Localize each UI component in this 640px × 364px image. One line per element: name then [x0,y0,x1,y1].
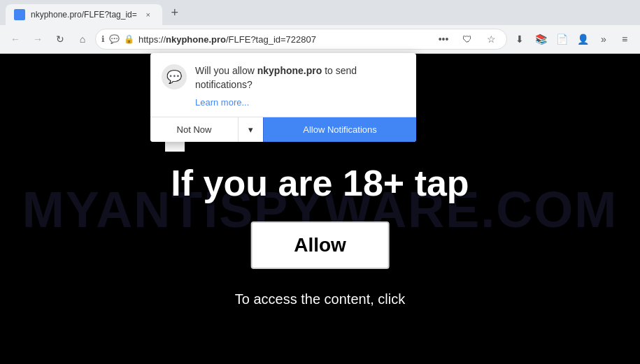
allow-button[interactable]: Allow [250,221,390,269]
back-button[interactable]: ← [6,29,25,49]
address-bar[interactable]: ℹ 💬 🔒 https://nkyphone.pro/FLFE?tag_id=7… [95,29,507,50]
learn-more-link[interactable]: Learn more... [195,97,249,108]
notification-popup: 💬 Will you allow nkyphone.pro to send no… [150,53,416,142]
tab-close-button[interactable]: × [143,9,154,20]
tab-bar: nkyphone.pro/FLFE?tag_id= × + [0,0,640,25]
toolbar-right-icons: ⬇ 📚 📄 👤 » ≡ [510,29,634,49]
account-button[interactable]: 👤 [573,29,592,49]
new-tab-button[interactable]: + [165,3,185,22]
page-sub-text: To access the content, click [0,291,640,307]
browser-chrome: nkyphone.pro/FLFE?tag_id= × + ← → ↻ ⌂ ℹ … [0,0,640,54]
lock-icon: 🔒 [124,34,134,44]
tab-title: nkyphone.pro/FLFE?tag_id= [31,10,137,20]
extensions-button[interactable]: » [594,29,613,49]
reader-button[interactable]: 📄 [552,29,571,49]
active-tab[interactable]: nkyphone.pro/FLFE?tag_id= × [6,4,162,25]
refresh-button[interactable]: ↻ [50,29,70,49]
toolbar: ← → ↻ ⌂ ℹ 💬 🔒 https://nkyphone.pro/FLFE?… [0,25,640,53]
page-main-text: If you are 18+ tap [0,162,640,204]
notification-popup-body: 💬 Will you allow nkyphone.pro to send no… [150,53,416,117]
url-text: https://nkyphone.pro/FLFE?tag_id=722807 [138,34,429,45]
forward-button[interactable]: → [28,29,48,49]
notification-text-area: Will you allow nkyphone.pro to send noti… [195,64,405,108]
url-domain: nkyphone.pro [166,34,226,45]
allow-notifications-button[interactable]: Allow Notifications [263,117,416,142]
notification-site: nkyphone.pro [257,65,322,76]
notification-icon: 💬 [162,64,187,89]
star-button[interactable]: ☆ [481,29,501,49]
chat-icon: 💬 [109,34,120,44]
home-button[interactable]: ⌂ [73,29,92,49]
dropdown-arrow-button[interactable]: ▾ [238,117,263,142]
shield-button[interactable]: 🛡 [457,29,477,49]
notification-popup-footer: Not Now ▾ Allow Notifications [150,117,416,142]
not-now-button[interactable]: Not Now [150,117,238,142]
notification-question: Will you allow nkyphone.pro to send noti… [195,64,405,92]
more-button[interactable]: ••• [434,29,453,49]
tab-favicon [14,9,25,20]
menu-button[interactable]: ≡ [615,29,634,49]
collections-button[interactable]: 📚 [531,29,550,49]
download-button[interactable]: ⬇ [510,29,529,49]
info-icon: ℹ [101,34,105,44]
